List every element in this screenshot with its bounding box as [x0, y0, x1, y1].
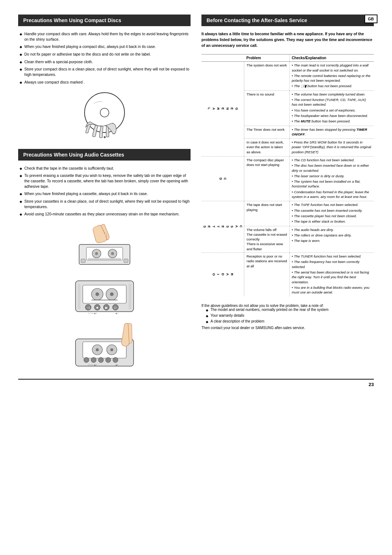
- page-number: 23: [18, 379, 374, 387]
- cd-bullet-6: Always use compact discs marked .: [20, 80, 191, 85]
- cassette-illustration-1: [68, 223, 141, 266]
- svg-text:▶: ▶: [105, 306, 107, 309]
- right-column: GB Before Contacting the After-Sales Ser…: [201, 15, 374, 368]
- cassette-bullet-5: Avoid using 120-minute cassettes as they…: [20, 211, 191, 217]
- checks-cd-no-play: The CD function has not been selected. T…: [289, 157, 374, 201]
- svg-text:●○: ●○: [115, 312, 118, 315]
- problem-timer: The Timer does not work: [244, 126, 289, 139]
- table-header-spacer: [201, 54, 244, 62]
- checks-system-no-work: The main lead is not correctly plugged i…: [289, 62, 374, 90]
- checks-volume-wow: The audio heads are dirty. The rollers o…: [289, 226, 374, 252]
- cassette-bullet-list: Check that the tape in the cassette is s…: [18, 166, 191, 217]
- svg-rect-34: [83, 342, 126, 358]
- svg-point-17: [110, 292, 114, 296]
- svg-point-38: [110, 348, 113, 351]
- footer-bullet-2: Your warranty details: [206, 313, 374, 318]
- svg-point-39: [84, 357, 89, 362]
- svg-point-15: [95, 292, 99, 296]
- checks-radio: The TUNER function has not been selected…: [289, 253, 374, 297]
- svg-point-43: [113, 357, 118, 362]
- right-section-header: Before Contacting the After-Sales Servic…: [201, 15, 374, 26]
- cassette-bullet-3: When you have finished playing a cassett…: [20, 191, 191, 197]
- footer-bullet-3: A clear description of the problem: [206, 319, 374, 324]
- cd-bullet-4: Clean them with a special-purpose cloth.: [20, 59, 191, 65]
- svg-point-8: [111, 252, 114, 255]
- intro-text: It always takes a little time to become …: [201, 31, 374, 48]
- svg-point-0: [85, 93, 124, 133]
- svg-text:■: ■: [96, 306, 98, 309]
- footer-section: If the above guidelines do not allow you…: [201, 304, 374, 330]
- svg-point-1: [100, 108, 109, 117]
- svg-point-41: [98, 357, 103, 362]
- cd-bullet-1: Handle your compact discs with care. Alw…: [20, 31, 191, 42]
- cassette-illustrations: ◁ ■ ▶ ▷ ○ ╌╌ ●○ ●○: [18, 223, 191, 368]
- svg-point-6: [95, 252, 98, 255]
- problem-system-no-work: The system does not work: [244, 62, 289, 90]
- svg-text:▷: ▷: [114, 306, 117, 309]
- cassette-illustration-2: ◁ ■ ▶ ▷ ○ ╌╌ ●○ ●○: [68, 270, 141, 317]
- footer-intro: If the above guidelines do not allow you…: [201, 304, 374, 308]
- troubleshoot-table: Problem Checks/Explanation GENERAL The s…: [201, 54, 374, 296]
- footer-outro: Then contact your local dealer or SAMSUN…: [201, 326, 374, 330]
- table-row-radio-1: RADIO Reception is poor or no radio stat…: [201, 253, 374, 297]
- gb-badge: GB: [364, 15, 378, 23]
- footer-bullet-1: The model and serial numbers, normally p…: [206, 308, 374, 312]
- svg-text:●○: ●○: [115, 364, 118, 366]
- problem-no-sound: There is no sound: [244, 90, 289, 126]
- svg-rect-13: [83, 285, 126, 303]
- cassette-section: Precautions When Using Audio Cassettes C…: [18, 149, 191, 217]
- svg-point-42: [106, 357, 111, 362]
- cassette-bullet-2: To prevent erasing a cassette that you w…: [20, 173, 191, 189]
- cassette-section-header: Precautions When Using Audio Cassettes: [18, 149, 191, 161]
- svg-rect-9: [88, 258, 121, 260]
- cd-bullet-3: Do not fix paper or adhesive tape to the…: [20, 52, 191, 57]
- table-row-cd-1: CD The compact disc player does not star…: [201, 157, 374, 201]
- checks-reset: Press the SRS WOW button for 5 seconds i…: [289, 139, 374, 157]
- footer-bullets: The model and serial numbers, normally p…: [206, 308, 374, 324]
- svg-point-40: [91, 357, 96, 362]
- svg-rect-10: [81, 259, 85, 263]
- svg-text:○ ╌╌ ●○: ○ ╌╌ ●○: [88, 312, 97, 315]
- cd-section-header: Precautions When Using Compact Discs: [18, 15, 191, 26]
- section-label-cassettes: CASSETTES: [201, 201, 244, 253]
- checks-timer: The timer has been stopped by pressing T…: [289, 126, 374, 139]
- svg-text:○ ╌╌ ●○: ○ ╌╌ ●○: [88, 364, 97, 366]
- section-label-radio: RADIO: [201, 253, 244, 297]
- svg-text:◁: ◁: [87, 306, 89, 309]
- checks-no-sound: The volume has been completely turned do…: [289, 90, 374, 126]
- table-header-problem: Problem: [244, 54, 289, 62]
- cassette-bullet-4: Store your cassettes in a clean place, o…: [20, 199, 191, 209]
- problem-cd-no-play: The compact disc player does not start p…: [244, 157, 289, 201]
- cd-bullet-5: Store your compact discs in a clean plac…: [20, 66, 191, 77]
- svg-point-36: [96, 348, 99, 351]
- cd-bullet-2: When you have finished playing a compact…: [20, 44, 191, 49]
- svg-rect-11: [124, 259, 128, 263]
- checks-tape-no-play: The TAPE function has not been selected.…: [289, 201, 374, 226]
- problem-tape-no-play: The tape does not start playing: [244, 201, 289, 226]
- page-container: Precautions When Using Compact Discs Han…: [18, 15, 374, 368]
- cd-illustration: ◆: [18, 91, 191, 142]
- problem-reset: In case it does not work, even the actio…: [244, 139, 289, 157]
- section-label-cd: CD: [201, 157, 244, 201]
- left-column: Precautions When Using Compact Discs Han…: [18, 15, 191, 368]
- svg-text:◆: ◆: [103, 135, 106, 139]
- cassette-illustration-3: ○ ╌╌ ●○ ●○: [68, 321, 141, 368]
- table-header-checks: Checks/Explanation: [289, 54, 374, 62]
- cd-bullet-list: Handle your compact discs with care. Alw…: [18, 31, 191, 85]
- table-row-cass-1: CASSETTES The tape does not start playin…: [201, 201, 374, 226]
- cassette-bullet-1: Check that the tape in the cassette is s…: [20, 166, 191, 171]
- table-row-general-1: GENERAL The system does not work The mai…: [201, 62, 374, 90]
- section-label-general: GENERAL: [201, 62, 244, 157]
- problem-radio: Reception is poor or no radio stations a…: [244, 253, 289, 297]
- problem-volume-wow: The volume falls offThe cassette is not …: [244, 226, 289, 252]
